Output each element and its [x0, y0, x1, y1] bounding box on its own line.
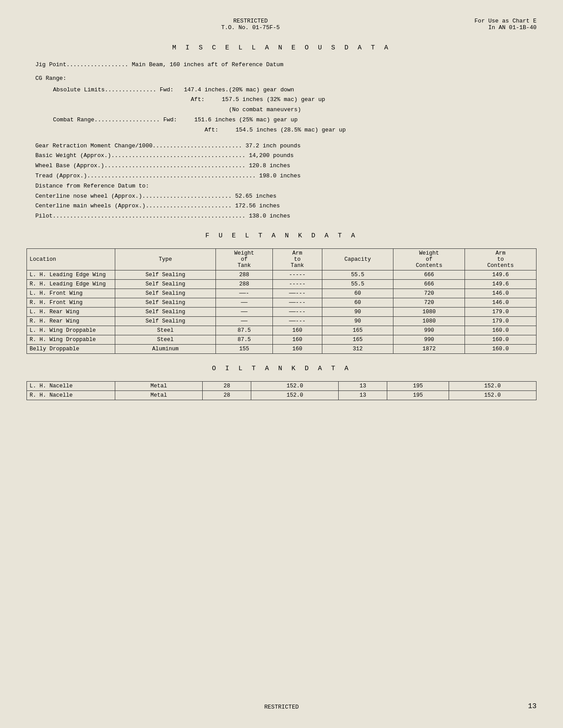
- fuel-cell: ——---: [272, 307, 322, 316]
- oil-table-row: L. H. NacelleMetal28152.013195152.0: [27, 381, 537, 390]
- fuel-cell: 720: [393, 289, 465, 298]
- fuel-cell: L. H. Leading Edge Wing: [27, 270, 115, 279]
- fuel-cell: R. H. Rear Wing: [27, 316, 115, 326]
- absolute-aft-spacer: [53, 96, 187, 103]
- chart-ref-line2: In AN 01-1B-40: [475, 24, 537, 31]
- absolute-fwd-row: Absolute Limits............... Fwd: 147.…: [53, 86, 537, 95]
- fuel-cell: 160.0: [465, 344, 537, 353]
- fuel-cell: Self Sealing: [115, 279, 216, 289]
- col-header-arm-tank: ArmtoTank: [272, 248, 322, 270]
- col-header-weight-tank: WeightofTank: [216, 248, 273, 270]
- page-number: 13: [528, 702, 537, 710]
- fuel-cell: Self Sealing: [115, 316, 216, 326]
- fuel-table-row: L. H. Wing DroppableSteel87.516016599016…: [27, 326, 537, 335]
- fuel-table-row: L. H. Front WingSelf Sealing——-——---6072…: [27, 289, 537, 298]
- fuel-cell: 160.0: [465, 326, 537, 335]
- absolute-limits-label: Absolute Limits...............: [53, 86, 156, 93]
- oil-cell: R. H. Nacelle: [27, 390, 115, 400]
- restricted-label: RESTRICTED: [221, 18, 280, 24]
- fuel-table: Location Type WeightofTank ArmtoTank Cap…: [26, 248, 537, 354]
- absolute-aft-row: Aft: 157.5 inches (32% mac) gear up: [53, 95, 537, 105]
- fuel-table-row: R. H. Rear WingSelf Sealing————---901080…: [27, 316, 537, 326]
- fuel-cell: R. H. Leading Edge Wing: [27, 279, 115, 289]
- fuel-cell: ——---: [272, 298, 322, 307]
- oil-cell: 195: [387, 390, 449, 400]
- fuel-cell: 90: [322, 316, 393, 326]
- fuel-cell: 160: [272, 335, 322, 344]
- oil-cell: 195: [387, 381, 449, 390]
- jig-point-row: Jig Point.................. Main Beam, 1…: [35, 60, 537, 70]
- fuel-cell: 146.0: [465, 289, 537, 298]
- fuel-cell: ——: [216, 316, 273, 326]
- combat-range-label: Combat Range...................: [53, 116, 160, 123]
- fuel-cell: 87.5: [216, 326, 273, 335]
- cg-indent-block: Absolute Limits............... Fwd: 147.…: [53, 86, 537, 135]
- fuel-cell: 165: [322, 335, 393, 344]
- header-right: For Use as Chart E In AN 01-1B-40: [475, 18, 537, 31]
- oil-table-body: L. H. NacelleMetal28152.013195152.0R. H.…: [27, 381, 537, 400]
- col-header-location: Location: [27, 248, 115, 270]
- to-number: T.O. No. 01-75F-5: [221, 24, 280, 31]
- col-header-arm-contents: ArmtoContents: [465, 248, 537, 270]
- fuel-cell: Aluminum: [115, 344, 216, 353]
- fuel-cell: ——---: [272, 289, 322, 298]
- oil-cell: Metal: [115, 381, 203, 390]
- tread-row: Tread (Approx.).........................…: [35, 172, 537, 181]
- combat-aft-label: Aft:: [204, 127, 232, 133]
- oil-cell: Metal: [115, 390, 203, 400]
- fuel-cell: 90: [322, 307, 393, 316]
- oil-table: L. H. NacelleMetal28152.013195152.0R. H.…: [26, 381, 537, 400]
- gear-retraction-row: Gear Retraction Moment Change/1000......…: [35, 142, 537, 151]
- fuel-cell: 149.6: [465, 279, 537, 289]
- fuel-cell: R. H. Front Wing: [27, 298, 115, 307]
- fuel-table-body: L. H. Leading Edge WingSelf Sealing288--…: [27, 270, 537, 353]
- fuel-cell: 288: [216, 279, 273, 289]
- fuel-cell: 60: [322, 298, 393, 307]
- centerline-main-row: Centerline main wheels (Approx.)........…: [35, 202, 537, 211]
- fuel-cell: 55.5: [322, 279, 393, 289]
- fuel-cell: 149.6: [465, 270, 537, 279]
- fuel-cell: 1872: [393, 344, 465, 353]
- oil-cell: 13: [339, 390, 387, 400]
- fuel-cell: 990: [393, 335, 465, 344]
- oil-cell: 152.0: [251, 390, 339, 400]
- fuel-cell: Self Sealing: [115, 307, 216, 316]
- fuel-cell: ——---: [272, 316, 322, 326]
- combat-fwd-label: Fwd:: [163, 116, 191, 123]
- fuel-table-row: R. H. Leading Edge WingSelf Sealing288--…: [27, 279, 537, 289]
- main-content: Jig Point.................. Main Beam, 1…: [35, 60, 537, 221]
- combat-aft-value: 154.5 inches (28.5% mac) gear up: [236, 127, 346, 133]
- fuel-cell: -----: [272, 279, 322, 289]
- absolute-aft-value: 157.5 inches (32% mac) gear up: [222, 96, 325, 103]
- jig-point-text: Jig Point.................. Main Beam, 1…: [35, 61, 283, 68]
- fuel-cell: 160: [272, 326, 322, 335]
- oil-cell: 152.0: [449, 390, 536, 400]
- fuel-cell: 155: [216, 344, 273, 353]
- fuel-cell: 666: [393, 270, 465, 279]
- fuel-table-row: R. H. Wing DroppableSteel87.516016599016…: [27, 335, 537, 344]
- fuel-table-header-row: Location Type WeightofTank ArmtoTank Cap…: [27, 248, 537, 270]
- oil-cell: L. H. Nacelle: [27, 381, 115, 390]
- fuel-cell: 720: [393, 298, 465, 307]
- centerline-nose-row: Centerline nose wheel (Approx.).........…: [35, 192, 537, 201]
- fuel-cell: 87.5: [216, 335, 273, 344]
- fuel-title: F U E L T A N K D A T A: [26, 232, 537, 240]
- col-header-type: Type: [115, 248, 216, 270]
- fuel-cell: 55.5: [322, 270, 393, 279]
- fuel-cell: ——: [216, 307, 273, 316]
- oil-cell: 28: [203, 381, 251, 390]
- oil-section: O I L T A N K D A T A L. H. NacelleMetal…: [26, 365, 537, 400]
- fuel-cell: L. H. Front Wing: [27, 289, 115, 298]
- fuel-cell: ——: [216, 298, 273, 307]
- fuel-cell: -----: [272, 270, 322, 279]
- header-center: RESTRICTED T.O. No. 01-75F-5: [221, 18, 280, 31]
- fuel-cell: 1080: [393, 307, 465, 316]
- header: RESTRICTED T.O. No. 01-75F-5 For Use as …: [26, 18, 537, 31]
- fuel-cell: 990: [393, 326, 465, 335]
- oil-cell: 152.0: [251, 381, 339, 390]
- fuel-table-row: R. H. Front WingSelf Sealing————---60720…: [27, 298, 537, 307]
- fuel-cell: ——-: [216, 289, 273, 298]
- fuel-cell: 146.0: [465, 298, 537, 307]
- fuel-cell: 666: [393, 279, 465, 289]
- cg-range-label: CG Range:: [35, 74, 537, 83]
